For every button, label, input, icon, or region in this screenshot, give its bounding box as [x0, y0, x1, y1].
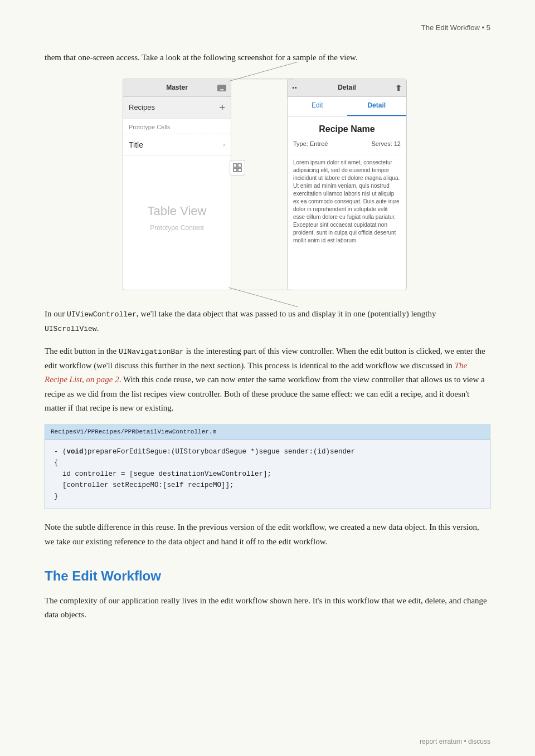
code-file-path: RecipesV1/PPRecipes/PPRDetailViewControl…	[51, 428, 216, 435]
intro-paragraph: them that one-screen access. Take a look…	[45, 51, 490, 65]
mockup-outer: → Master ▪▪ Recipes + Prototype Cells Ti…	[123, 79, 412, 290]
master-table-view-area: Table View Prototype Content	[123, 156, 231, 267]
note-paragraph: Note the subtle difference in this reuse…	[45, 520, 490, 549]
header-text: The Edit Workflow • 5	[421, 23, 490, 32]
section-heading: The Edit Workflow	[45, 565, 490, 587]
tab-edit[interactable]: Edit	[288, 97, 347, 115]
discuss-link[interactable]: discuss	[468, 738, 490, 745]
intro-text: them that one-screen access. Take a look…	[45, 53, 358, 62]
master-panel: → Master ▪▪ Recipes + Prototype Cells Ti…	[123, 79, 231, 290]
footer-separator: •	[464, 738, 468, 745]
page-header: The Edit Workflow • 5	[45, 22, 490, 34]
code-uiviewcontroller: UIViewController	[67, 310, 137, 319]
tab-detail[interactable]: Detail	[347, 97, 407, 115]
master-prototype-cells: Prototype Cells	[123, 119, 231, 134]
tab-detail-label: Detail	[367, 101, 386, 109]
svg-line-8	[228, 287, 298, 307]
section-text: The complexity of our application really…	[45, 596, 487, 620]
bottom-connector-svg	[228, 287, 298, 307]
detail-nav-title: Detail	[338, 84, 356, 91]
detail-description: Lorem ipsum dolor sit amet, consectetur …	[288, 154, 406, 249]
tab-edit-label: Edit	[312, 101, 323, 109]
code-uiscrollview: UIScrollView	[45, 325, 97, 333]
report-erratum-link[interactable]: report erratum	[420, 738, 462, 745]
code-uinavigationbar: UINavigationBar	[119, 348, 184, 356]
detail-panel: Detail ⬆ ▪▪ Edit Detail Recipe Name	[287, 79, 407, 290]
svg-rect-6	[238, 168, 241, 172]
master-title-row[interactable]: Title ›	[123, 134, 231, 156]
svg-rect-3	[234, 164, 237, 167]
detail-tab-bar: Edit Detail	[288, 97, 406, 116]
detail-serves-label: Serves: 12	[371, 139, 401, 149]
panels-row: → Master ▪▪ Recipes + Prototype Cells Ti…	[123, 79, 412, 290]
section-heading-text: The Edit Workflow	[45, 568, 161, 583]
prototype-cells-label: Prototype Cells	[129, 124, 171, 130]
code-block: - (void)prepareForEditSegue:(UIStoryboar…	[45, 439, 490, 509]
master-recipes-label: Recipes	[129, 102, 155, 114]
svg-rect-5	[234, 168, 237, 172]
master-chevron-icon: ›	[223, 139, 225, 151]
detail-meta-row: Type: Entreé Serves: 12	[288, 138, 406, 154]
detail-nav-bar: Detail ⬆ ▪▪	[288, 79, 406, 97]
master-add-button[interactable]: +	[219, 100, 225, 116]
svg-rect-4	[238, 164, 241, 167]
body-paragraph-1: In our UIViewController, we'll take the …	[45, 307, 490, 335]
page-footer: report erratum • discuss	[420, 737, 490, 747]
master-title-text: Title	[129, 139, 143, 151]
mockup-container: → Master ▪▪ Recipes + Prototype Cells Ti…	[45, 79, 490, 290]
code-keyword-void: void	[67, 448, 84, 456]
master-nav-title: Master	[166, 84, 188, 91]
master-nav-bar: Master ▪▪	[123, 79, 231, 97]
detail-recipe-name: Recipe Name	[288, 116, 406, 139]
master-prototype-content-label: Prototype Content	[150, 223, 204, 233]
code-file-header: RecipesV1/PPRecipes/PPRDetailViewControl…	[45, 425, 490, 440]
note-text: Note the subtle difference in this reuse…	[45, 523, 479, 546]
grid-icon-wrapper	[230, 160, 245, 175]
master-toolbar: Recipes +	[123, 97, 231, 119]
master-nav-button[interactable]: ▪▪	[217, 85, 226, 91]
grid-icon	[233, 163, 242, 172]
detail-nav-left-button[interactable]: ▪▪	[292, 82, 297, 93]
section-paragraph: The complexity of our application really…	[45, 594, 490, 622]
master-table-view-label: Table View	[148, 201, 207, 221]
detail-upload-icon[interactable]: ⬆	[395, 82, 402, 94]
body-paragraph-2: The edit button in the UINavigationBar i…	[45, 344, 490, 416]
page-content: The Edit Workflow • 5 them that one-scre…	[0, 0, 535, 756]
recipe-list-link[interactable]: The Recipe List, on page 2	[45, 361, 467, 384]
detail-type-label: Type: Entreé	[293, 139, 328, 149]
